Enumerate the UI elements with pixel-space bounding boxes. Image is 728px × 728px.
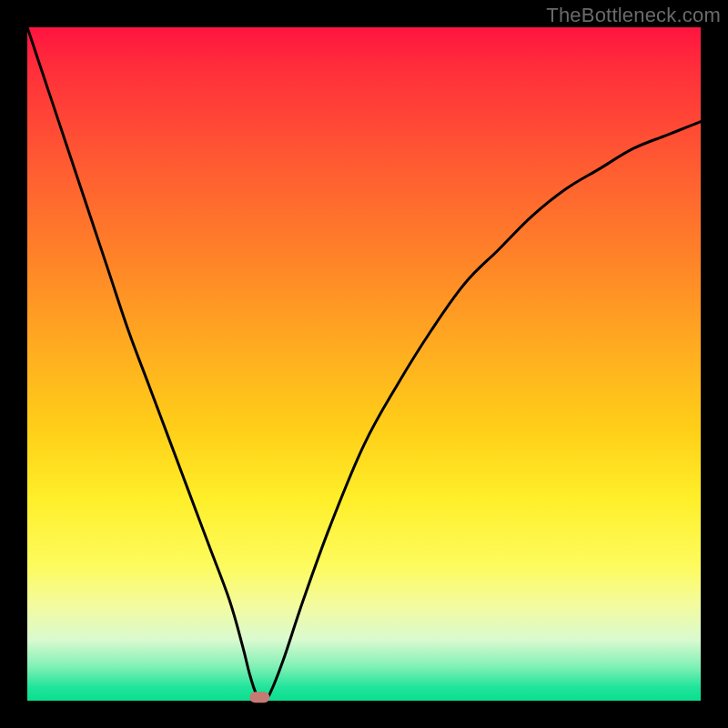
chart-frame: TheBottleneck.com (0, 0, 728, 728)
curve-svg (27, 27, 701, 701)
optimal-point-marker (249, 692, 269, 703)
plot-area (27, 27, 701, 701)
bottleneck-curve (27, 27, 701, 701)
watermark-text: TheBottleneck.com (546, 4, 721, 27)
